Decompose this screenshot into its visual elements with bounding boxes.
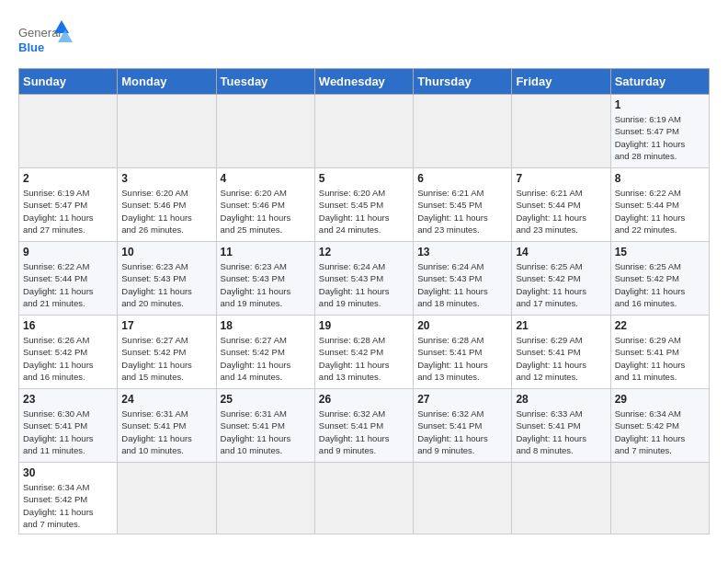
- logo: General Blue: [18, 18, 74, 59]
- day-number: 26: [319, 393, 409, 406]
- calendar-cell: 1Sunrise: 6:19 AM Sunset: 5:47 PM Daylig…: [610, 95, 709, 168]
- day-number: 19: [319, 319, 409, 332]
- calendar-cell: [118, 463, 216, 534]
- calendar-cell: [512, 463, 610, 534]
- day-info: Sunrise: 6:22 AM Sunset: 5:44 PM Dayligh…: [615, 187, 705, 236]
- day-info: Sunrise: 6:19 AM Sunset: 5:47 PM Dayligh…: [23, 187, 113, 236]
- calendar-cell: 5Sunrise: 6:20 AM Sunset: 5:45 PM Daylig…: [314, 168, 413, 242]
- day-info: Sunrise: 6:29 AM Sunset: 5:41 PM Dayligh…: [615, 334, 705, 383]
- day-number: 12: [319, 246, 409, 259]
- calendar-cell: 29Sunrise: 6:34 AM Sunset: 5:42 PM Dayli…: [610, 389, 709, 463]
- day-info: Sunrise: 6:34 AM Sunset: 5:42 PM Dayligh…: [23, 481, 113, 530]
- day-number: 25: [221, 393, 311, 406]
- day-number: 17: [121, 319, 211, 332]
- day-number: 1: [615, 98, 705, 111]
- day-number: 24: [121, 393, 211, 406]
- day-number: 11: [221, 246, 311, 259]
- calendar-cell: [314, 95, 413, 168]
- day-number: 30: [23, 466, 113, 479]
- calendar-cell: 16Sunrise: 6:26 AM Sunset: 5:42 PM Dayli…: [19, 316, 118, 389]
- calendar-cell: 2Sunrise: 6:19 AM Sunset: 5:47 PM Daylig…: [19, 168, 118, 242]
- calendar-cell: [414, 95, 512, 168]
- day-number: 4: [221, 172, 311, 185]
- calendar-cell: 8Sunrise: 6:22 AM Sunset: 5:44 PM Daylig…: [610, 168, 709, 242]
- calendar-cell: 25Sunrise: 6:31 AM Sunset: 5:41 PM Dayli…: [216, 389, 314, 463]
- day-info: Sunrise: 6:34 AM Sunset: 5:42 PM Dayligh…: [615, 408, 705, 456]
- day-info: Sunrise: 6:31 AM Sunset: 5:41 PM Dayligh…: [121, 408, 211, 456]
- day-info: Sunrise: 6:33 AM Sunset: 5:41 PM Dayligh…: [516, 408, 606, 456]
- calendar-cell: [19, 95, 118, 168]
- day-header-saturday: Saturday: [610, 69, 709, 95]
- day-info: Sunrise: 6:24 AM Sunset: 5:43 PM Dayligh…: [417, 260, 507, 309]
- day-header-thursday: Thursday: [414, 69, 512, 95]
- calendar-cell: 20Sunrise: 6:28 AM Sunset: 5:41 PM Dayli…: [414, 316, 512, 389]
- page-header: General Blue: [18, 18, 710, 59]
- calendar-cell: [610, 463, 709, 534]
- day-info: Sunrise: 6:32 AM Sunset: 5:41 PM Dayligh…: [319, 408, 409, 456]
- calendar-cell: 30Sunrise: 6:34 AM Sunset: 5:42 PM Dayli…: [19, 463, 118, 534]
- day-info: Sunrise: 6:22 AM Sunset: 5:44 PM Dayligh…: [23, 260, 113, 309]
- day-number: 23: [23, 393, 113, 406]
- day-info: Sunrise: 6:25 AM Sunset: 5:42 PM Dayligh…: [615, 260, 705, 309]
- day-info: Sunrise: 6:25 AM Sunset: 5:42 PM Dayligh…: [516, 260, 606, 309]
- day-info: Sunrise: 6:28 AM Sunset: 5:41 PM Dayligh…: [417, 334, 507, 383]
- day-number: 20: [417, 319, 507, 332]
- day-info: Sunrise: 6:21 AM Sunset: 5:44 PM Dayligh…: [516, 187, 606, 236]
- day-info: Sunrise: 6:31 AM Sunset: 5:41 PM Dayligh…: [221, 408, 311, 456]
- day-info: Sunrise: 6:28 AM Sunset: 5:42 PM Dayligh…: [319, 334, 409, 383]
- calendar-cell: 23Sunrise: 6:30 AM Sunset: 5:41 PM Dayli…: [19, 389, 118, 463]
- day-number: 7: [516, 172, 606, 185]
- day-info: Sunrise: 6:19 AM Sunset: 5:47 PM Dayligh…: [615, 113, 705, 162]
- calendar-cell: 11Sunrise: 6:23 AM Sunset: 5:43 PM Dayli…: [216, 242, 314, 316]
- calendar-cell: [314, 463, 413, 534]
- calendar-cell: 7Sunrise: 6:21 AM Sunset: 5:44 PM Daylig…: [512, 168, 610, 242]
- day-info: Sunrise: 6:29 AM Sunset: 5:41 PM Dayligh…: [516, 334, 606, 383]
- calendar-cell: 14Sunrise: 6:25 AM Sunset: 5:42 PM Dayli…: [512, 242, 610, 316]
- day-number: 22: [615, 319, 705, 332]
- day-number: 28: [516, 393, 606, 406]
- day-info: Sunrise: 6:26 AM Sunset: 5:42 PM Dayligh…: [23, 334, 113, 383]
- calendar-cell: 18Sunrise: 6:27 AM Sunset: 5:42 PM Dayli…: [216, 316, 314, 389]
- calendar-cell: 19Sunrise: 6:28 AM Sunset: 5:42 PM Dayli…: [314, 316, 413, 389]
- calendar-cell: 17Sunrise: 6:27 AM Sunset: 5:42 PM Dayli…: [118, 316, 216, 389]
- day-info: Sunrise: 6:30 AM Sunset: 5:41 PM Dayligh…: [23, 408, 113, 456]
- calendar-cell: 4Sunrise: 6:20 AM Sunset: 5:46 PM Daylig…: [216, 168, 314, 242]
- day-header-monday: Monday: [118, 69, 216, 95]
- day-number: 27: [417, 393, 507, 406]
- calendar-cell: 13Sunrise: 6:24 AM Sunset: 5:43 PM Dayli…: [414, 242, 512, 316]
- day-header-tuesday: Tuesday: [216, 69, 314, 95]
- day-number: 14: [516, 246, 606, 259]
- logo-svg: General Blue: [18, 18, 74, 59]
- day-number: 3: [121, 172, 211, 185]
- day-number: 8: [615, 172, 705, 185]
- day-header-friday: Friday: [512, 69, 610, 95]
- calendar-cell: 28Sunrise: 6:33 AM Sunset: 5:41 PM Dayli…: [512, 389, 610, 463]
- day-info: Sunrise: 6:24 AM Sunset: 5:43 PM Dayligh…: [319, 260, 409, 309]
- day-header-sunday: Sunday: [19, 69, 118, 95]
- calendar-cell: 9Sunrise: 6:22 AM Sunset: 5:44 PM Daylig…: [19, 242, 118, 316]
- day-number: 29: [615, 393, 705, 406]
- day-info: Sunrise: 6:21 AM Sunset: 5:45 PM Dayligh…: [417, 187, 507, 236]
- calendar-cell: [118, 95, 216, 168]
- calendar-cell: 24Sunrise: 6:31 AM Sunset: 5:41 PM Dayli…: [118, 389, 216, 463]
- calendar-cell: [216, 463, 314, 534]
- day-info: Sunrise: 6:20 AM Sunset: 5:45 PM Dayligh…: [319, 187, 409, 236]
- day-info: Sunrise: 6:32 AM Sunset: 5:41 PM Dayligh…: [417, 408, 507, 456]
- day-number: 10: [121, 246, 211, 259]
- day-info: Sunrise: 6:23 AM Sunset: 5:43 PM Dayligh…: [221, 260, 311, 309]
- day-info: Sunrise: 6:20 AM Sunset: 5:46 PM Dayligh…: [121, 187, 211, 236]
- day-number: 6: [417, 172, 507, 185]
- calendar-cell: 15Sunrise: 6:25 AM Sunset: 5:42 PM Dayli…: [610, 242, 709, 316]
- day-number: 15: [615, 246, 705, 259]
- day-info: Sunrise: 6:27 AM Sunset: 5:42 PM Dayligh…: [121, 334, 211, 383]
- calendar-cell: 26Sunrise: 6:32 AM Sunset: 5:41 PM Dayli…: [314, 389, 413, 463]
- calendar-cell: 3Sunrise: 6:20 AM Sunset: 5:46 PM Daylig…: [118, 168, 216, 242]
- calendar-cell: 10Sunrise: 6:23 AM Sunset: 5:43 PM Dayli…: [118, 242, 216, 316]
- day-info: Sunrise: 6:27 AM Sunset: 5:42 PM Dayligh…: [221, 334, 311, 383]
- day-number: 21: [516, 319, 606, 332]
- calendar-cell: [414, 463, 512, 534]
- calendar-cell: 6Sunrise: 6:21 AM Sunset: 5:45 PM Daylig…: [414, 168, 512, 242]
- calendar-table: SundayMondayTuesdayWednesdayThursdayFrid…: [18, 68, 710, 534]
- calendar-cell: 12Sunrise: 6:24 AM Sunset: 5:43 PM Dayli…: [314, 242, 413, 316]
- day-number: 2: [23, 172, 113, 185]
